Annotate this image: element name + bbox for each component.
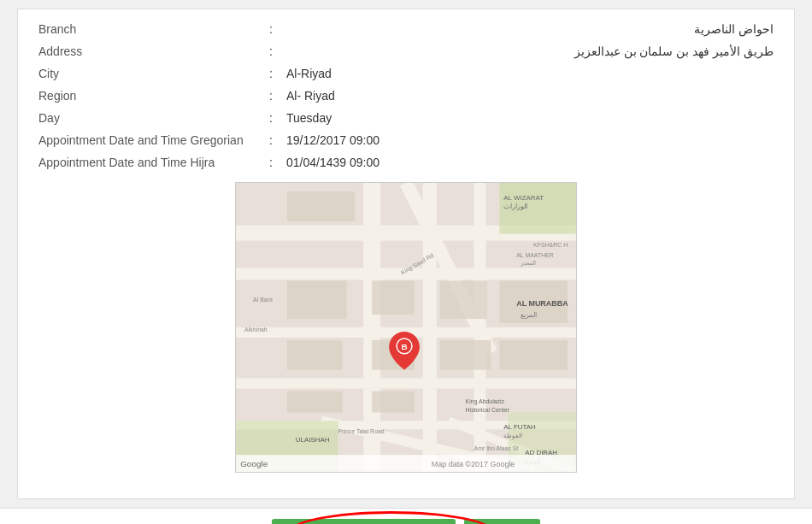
svg-rect-17 [372,280,415,315]
appt-hijra-label: Appointment Date and Time Hijra [35,151,266,174]
svg-text:Historical Center: Historical Center [466,407,510,413]
address-value: طريق الأمير فهد بن سلمان بن عبدالعزيز [283,40,777,62]
svg-rect-24 [287,392,343,413]
branch-row: Branch : احواض الناصرية [35,18,777,40]
svg-text:AL FUTAH: AL FUTAH [503,423,536,431]
svg-text:Prince Talal Road: Prince Talal Road [338,428,384,434]
svg-text:ULAISHAH: ULAISHAH [296,436,330,444]
map-container: AL WIZARAT الوزارات KFSH&RC H AL MAATHER… [235,182,577,473]
city-row: City : Al-Riyad [35,62,777,85]
branch-value: احواض الناصرية [283,18,777,40]
svg-rect-48 [236,455,576,472]
svg-rect-20 [287,340,343,370]
appt-gregorian-value: 19/12/2017 09:00 [283,129,777,151]
svg-text:الفوطة: الفوطة [503,433,522,439]
svg-text:AL MURABBA: AL MURABBA [516,299,568,308]
region-colon: : [266,85,283,107]
address-label: Address [35,40,266,62]
svg-text:Al Bara: Al Bara [253,297,273,303]
svg-text:Map data ©2017 Google: Map data ©2017 Google [432,460,515,468]
appt-gregorian-colon: : [266,129,283,151]
svg-rect-7 [236,379,576,389]
svg-text:KFSH&RC H: KFSH&RC H [533,242,568,248]
appt-hijra-colon: : [266,151,283,174]
region-label: Region [35,85,266,107]
svg-text:Alkhinah: Alkhinah [244,327,268,333]
svg-rect-15 [287,191,356,221]
appt-hijra-value: 01/04/1439 09:00 [283,151,777,174]
svg-text:Amr Ibn Alaas St: Amr Ibn Alaas St [474,445,519,451]
svg-rect-16 [287,280,347,319]
back-button[interactable]: Back [464,519,540,524]
svg-rect-25 [372,392,415,413]
svg-text:Google: Google [240,459,268,468]
branch-label: Branch [35,18,266,40]
svg-text:المعذر: المعذر [520,260,536,267]
appt-gregorian-row: Appointment Date and Time Gregorian : 19… [35,129,777,151]
info-table: Branch : احواض الناصرية Address : طريق ا… [35,18,777,174]
svg-rect-22 [440,340,491,370]
city-colon: : [266,62,283,85]
region-value: Al- Riyad [283,85,777,107]
svg-rect-18 [440,280,487,319]
svg-text:AL MAATHER: AL MAATHER [516,252,554,258]
main-container: Branch : احواض الناصرية Address : طريق ا… [17,9,795,499]
address-colon: : [266,40,283,62]
svg-text:King Abdulaziz: King Abdulaziz [466,398,505,405]
svg-text:B: B [401,342,407,351]
region-row: Region : Al- Riyad [35,85,777,107]
city-label: City [35,62,266,85]
address-row: Address : طريق الأمير فهد بن سلمان بن عب… [35,40,777,62]
day-colon: : [266,107,283,129]
branch-colon: : [266,18,283,40]
bottom-bar: Confirm Appointment Details Back [0,508,812,524]
day-label: Day [35,107,266,129]
svg-text:المربع: المربع [521,311,537,319]
appt-gregorian-label: Appointment Date and Time Gregorian [35,129,266,151]
svg-text:الوزارات: الوزارات [503,203,527,210]
city-value: Al-Riyad [283,62,777,85]
svg-text:AL WIZARAT: AL WIZARAT [503,194,544,202]
day-value: Tuesday [283,107,777,129]
confirm-appointment-button[interactable]: Confirm Appointment Details [272,519,456,524]
day-row: Day : Tuesday [35,107,777,129]
svg-rect-23 [499,340,568,370]
appt-hijra-row: Appointment Date and Time Hijra : 01/04/… [35,151,777,174]
